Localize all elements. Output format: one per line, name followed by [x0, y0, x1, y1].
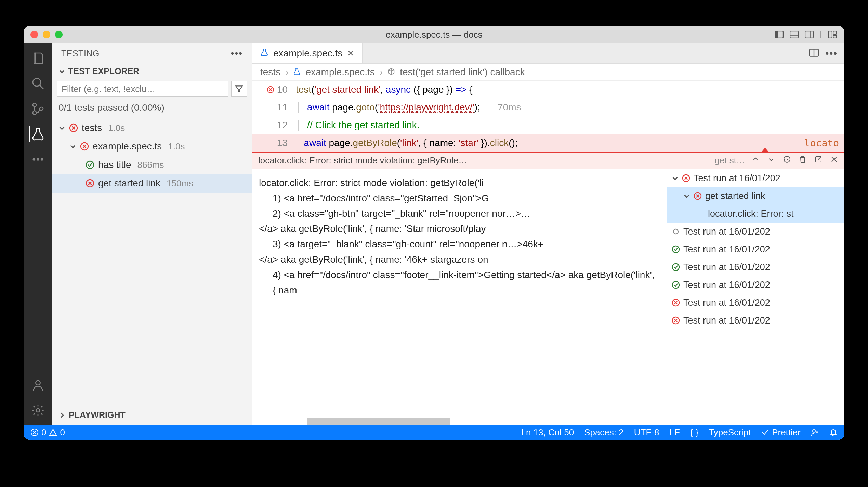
- status-feedback-icon[interactable]: [811, 428, 819, 436]
- zoom-window-button[interactable]: [55, 31, 63, 38]
- run-history-item[interactable]: Test run at 16/01/202: [667, 312, 844, 329]
- svg-point-14: [40, 107, 43, 110]
- svg-point-16: [33, 159, 35, 160]
- settings-gear-icon[interactable]: [30, 402, 46, 419]
- panel-right-icon[interactable]: [804, 30, 814, 39]
- explorer-icon[interactable]: [30, 50, 46, 66]
- split-editor-icon[interactable]: [809, 49, 819, 58]
- chevron-down-icon: [69, 143, 76, 150]
- tab-example-spec[interactable]: example.spec.ts ✕: [252, 43, 363, 63]
- fail-icon: [69, 123, 78, 133]
- open-external-icon[interactable]: [814, 155, 823, 166]
- titlebar-layout-controls: │: [774, 30, 838, 39]
- status-bell-icon[interactable]: [829, 428, 838, 436]
- editor-more-icon[interactable]: •••: [826, 48, 838, 59]
- status-indent[interactable]: Spaces: 2: [584, 427, 624, 438]
- fail-icon: [80, 142, 89, 151]
- code-line[interactable]: 11│ await page.goto('https://playwright.…: [252, 98, 844, 116]
- vscode-window: example.spec.ts — docs │ TESTING: [24, 26, 844, 440]
- status-language[interactable]: TypeScript: [709, 427, 751, 438]
- layout-customize-icon[interactable]: [827, 30, 838, 39]
- close-tab-icon[interactable]: ✕: [347, 49, 354, 58]
- tree-file-example-spec[interactable]: example.spec.ts 1.0s: [52, 137, 252, 156]
- tree-test-get-started-link[interactable]: get started link 150ms: [52, 174, 252, 193]
- breadcrumb[interactable]: tests › example.spec.ts › test('get star…: [252, 64, 844, 81]
- svg-point-49: [672, 246, 679, 253]
- sidebar-header: TESTING •••: [52, 43, 252, 64]
- run-history-item[interactable]: Test run at 16/01/202: [667, 169, 844, 187]
- code-editor[interactable]: 10test('get started link', async ({ page…: [252, 81, 844, 152]
- svg-rect-7: [828, 31, 832, 38]
- trash-icon[interactable]: [799, 155, 807, 166]
- status-braces-icon[interactable]: { }: [690, 427, 699, 438]
- window-controls: [30, 31, 63, 38]
- panel-bottom-icon[interactable]: [789, 30, 799, 39]
- symbol-icon: [387, 67, 395, 78]
- run-history-item[interactable]: Test run at 16/01/202: [667, 258, 844, 276]
- svg-line-11: [40, 85, 44, 89]
- account-icon[interactable]: [30, 377, 46, 393]
- run-history-item[interactable]: Test run at 16/01/202: [667, 294, 844, 312]
- svg-point-13: [33, 111, 36, 115]
- horizontal-scrollbar[interactable]: [307, 418, 450, 425]
- next-error-icon[interactable]: [767, 155, 775, 166]
- filter-input[interactable]: [57, 81, 228, 97]
- status-encoding[interactable]: UTF-8: [634, 427, 659, 438]
- sidebar-title: TESTING: [61, 49, 100, 58]
- run-history-item[interactable]: locator.click: Error: st: [667, 205, 844, 223]
- code-line[interactable]: 12│ // Click the get started link.: [252, 116, 844, 134]
- sidebar-more-icon[interactable]: •••: [231, 48, 243, 59]
- status-cursor-pos[interactable]: Ln 13, Col 50: [521, 427, 574, 438]
- error-peek-bar: locator.click: Error: strict mode violat…: [252, 152, 844, 169]
- code-line[interactable]: 13 await page.getByRole('link', { name: …: [252, 134, 844, 152]
- test-explorer-section[interactable]: TEST EXPLORER: [52, 64, 252, 81]
- status-prettier[interactable]: Prettier: [761, 427, 801, 438]
- status-errors[interactable]: 0 0: [30, 427, 65, 438]
- activity-bar: [24, 43, 52, 425]
- svg-point-27: [86, 161, 94, 169]
- testing-icon[interactable]: [29, 126, 46, 142]
- prev-error-icon[interactable]: [751, 155, 760, 166]
- svg-point-51: [672, 281, 679, 288]
- svg-point-18: [41, 159, 43, 160]
- code-line[interactable]: 10test('get started link', async ({ page…: [252, 81, 844, 98]
- titlebar: example.spec.ts — docs │: [24, 26, 844, 43]
- tree-test-has-title[interactable]: has title 866ms: [52, 156, 252, 174]
- minimize-window-button[interactable]: [43, 31, 50, 38]
- svg-point-17: [37, 159, 39, 160]
- more-icon[interactable]: [30, 151, 46, 168]
- svg-rect-9: [833, 35, 837, 38]
- window-title: example.spec.ts — docs: [385, 29, 482, 40]
- run-history-item[interactable]: get started link: [667, 187, 844, 205]
- close-window-button[interactable]: [30, 31, 38, 38]
- svg-line-39: [818, 157, 821, 160]
- close-peek-icon[interactable]: [830, 155, 838, 166]
- panel-left-icon[interactable]: [774, 30, 784, 39]
- tab-bar: example.spec.ts ✕ •••: [252, 43, 844, 64]
- chevron-down-icon: [58, 124, 65, 131]
- run-history-item[interactable]: Test run at 16/01/202: [667, 223, 844, 240]
- error-source-chip: get st…: [714, 155, 745, 166]
- svg-point-62: [53, 434, 53, 435]
- svg-point-20: [36, 409, 40, 412]
- source-control-icon[interactable]: [30, 101, 46, 117]
- run-history-item[interactable]: Test run at 16/01/202: [667, 240, 844, 258]
- svg-point-12: [33, 103, 36, 106]
- test-tree: tests 1.0s example.spec.ts 1.0s has titl…: [52, 119, 252, 193]
- fail-icon: [85, 179, 95, 188]
- flask-icon: [293, 67, 301, 78]
- test-stats: 0/1 tests passed (0.00%): [52, 100, 252, 119]
- error-detail-panel[interactable]: locator.click: Error: strict mode violat…: [252, 169, 667, 425]
- flask-icon: [260, 48, 268, 59]
- sidebar: TESTING ••• TEST EXPLORER 0/1 tests pass…: [52, 43, 252, 425]
- playwright-section[interactable]: PLAYWRIGHT: [52, 405, 252, 425]
- chevron-right-icon: [58, 412, 65, 419]
- search-icon[interactable]: [30, 75, 46, 92]
- run-history-item[interactable]: Test run at 16/01/202: [667, 276, 844, 294]
- status-eol[interactable]: LF: [669, 427, 680, 438]
- history-icon[interactable]: [783, 155, 791, 166]
- filter-button[interactable]: [231, 81, 247, 97]
- tree-folder-tests[interactable]: tests 1.0s: [52, 119, 252, 137]
- svg-point-50: [672, 264, 679, 271]
- status-bar: 0 0 Ln 13, Col 50 Spaces: 2 UTF-8 LF { }…: [24, 425, 844, 440]
